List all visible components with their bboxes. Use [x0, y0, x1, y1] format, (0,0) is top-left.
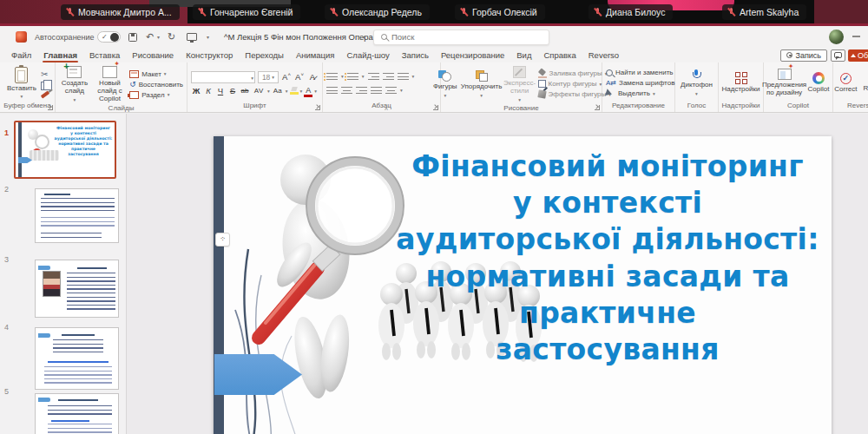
title-dropdown-caret-icon[interactable]: ▾: [363, 26, 365, 48]
character-spacing-icon[interactable]: АV: [252, 88, 266, 95]
redo-icon[interactable]: ↻: [168, 26, 175, 48]
thumbnail-slide-3[interactable]: [35, 260, 119, 318]
undo-caret-icon[interactable]: ▾: [157, 26, 160, 48]
font-color-icon[interactable]: А: [304, 87, 312, 95]
tab-review[interactable]: Рецензирование: [435, 48, 510, 62]
italic-button[interactable]: К: [203, 87, 214, 95]
tab-transitions[interactable]: Переходы: [239, 48, 290, 62]
copilot-slide-icon: [102, 66, 117, 78]
new-slide-button[interactable]: Создать слайд▾: [59, 65, 90, 103]
copy-icon[interactable]: [41, 82, 48, 90]
paste-button[interactable]: Вставить▾: [5, 66, 38, 101]
underline-button[interactable]: Ч: [215, 87, 226, 95]
designer-button[interactable]: Предложения по дизайну: [766, 68, 804, 98]
paragraph-dialog-launcher-icon[interactable]: [433, 105, 438, 110]
shape-fill-button[interactable]: Заливка фигуры▾: [538, 69, 611, 77]
correct-icon: ✓: [840, 73, 852, 84]
tab-animations[interactable]: Анимация: [290, 48, 341, 62]
columns-icon[interactable]: [385, 85, 397, 95]
mini-text-block: [41, 217, 115, 229]
increase-indent-icon[interactable]: [383, 71, 394, 81]
account-avatar[interactable]: [829, 30, 844, 44]
mini-text-heading: [77, 267, 107, 269]
ribbon-collapse-icon[interactable]: ˄: [385, 106, 388, 112]
copilot-button[interactable]: Copilot: [806, 71, 832, 95]
tab-file[interactable]: Файл: [5, 48, 37, 62]
tab-home[interactable]: Главная: [37, 48, 83, 62]
correct-button[interactable]: ✓ Correct: [832, 72, 858, 95]
section-button[interactable]: Раздел▾: [129, 91, 183, 99]
bold-button[interactable]: Ж: [191, 87, 201, 95]
qat-overflow-icon[interactable]: ▾: [207, 26, 209, 48]
minimize-icon[interactable]: [852, 36, 860, 37]
align-right-icon[interactable]: [356, 85, 367, 95]
section-icon: [129, 91, 139, 99]
powerpoint-app-icon: [16, 31, 27, 43]
comments-button[interactable]: [831, 49, 845, 62]
font-size-select[interactable]: 18▾: [258, 71, 279, 83]
change-case-icon[interactable]: Аа: [272, 88, 284, 95]
tab-slideshow[interactable]: Слайд-шоу: [341, 48, 396, 62]
shape-outline-button[interactable]: Контур фигуры▾: [538, 80, 611, 88]
group-label: Редактирование: [602, 101, 674, 112]
mini-text-block: [41, 233, 102, 240]
thumbnail-slide-4[interactable]: [35, 327, 119, 390]
tab-help[interactable]: Справка: [537, 48, 582, 62]
slide-thumbnail-panel[interactable]: 1 Фінансовий моніторинг у контексті ауди…: [0, 114, 127, 434]
group-label: Слайды: [56, 103, 187, 114]
bullets-icon[interactable]: [326, 71, 338, 81]
grow-font-icon[interactable]: А˄: [281, 72, 292, 82]
shape-effects-button[interactable]: Эффекты фигуры▾: [538, 90, 611, 98]
slide-title-text[interactable]: Фінансовий моніторинг у контексті аудито…: [389, 148, 826, 368]
cut-icon[interactable]: ✂: [41, 70, 49, 79]
tab-draw[interactable]: Рисование: [126, 48, 180, 62]
strikethrough-button[interactable]: S: [227, 87, 238, 95]
replace-fonts-button[interactable]: А⇄Замена шрифтов: [606, 79, 674, 87]
thumbnail-slide-2[interactable]: [35, 188, 119, 243]
decrease-indent-icon[interactable]: [368, 71, 379, 81]
tab-design[interactable]: Конструктор: [180, 48, 239, 62]
shrink-font-icon[interactable]: А˅: [294, 72, 305, 82]
undo-icon[interactable]: ↶: [146, 26, 154, 48]
shapes-button[interactable]: Фигуры▾: [431, 69, 459, 99]
search-box[interactable]: [373, 30, 549, 45]
find-replace-button[interactable]: Найти и заменить: [606, 69, 674, 76]
tab-reverso[interactable]: Reverso: [582, 48, 625, 62]
layout-button[interactable]: Макет▾: [129, 70, 183, 78]
record-button[interactable]: Запись: [780, 49, 827, 62]
ab-strike-icon[interactable]: ab: [240, 88, 250, 95]
text-highlight-icon[interactable]: [290, 87, 299, 95]
drawing-dialog-launcher-icon[interactable]: [595, 105, 600, 110]
line-spacing-icon[interactable]: [398, 71, 409, 81]
clear-format-icon[interactable]: А̷: [307, 73, 318, 82]
slide-canvas[interactable]: Фінансовий моніторинг у контексті аудито…: [214, 136, 832, 434]
thumbnail-number: 2: [4, 185, 9, 194]
numbering-icon[interactable]: [347, 71, 358, 81]
search-input[interactable]: [391, 32, 522, 42]
clipboard-dialog-launcher-icon[interactable]: [48, 105, 53, 110]
format-painter-icon[interactable]: [41, 90, 49, 98]
quick-styles-button[interactable]: Экспресс-стили▾: [504, 65, 536, 103]
font-dialog-launcher-icon[interactable]: [315, 105, 320, 110]
reset-button[interactable]: ↺Восстановить: [129, 81, 183, 89]
autosave-toggle[interactable]: ✓: [97, 31, 121, 43]
arrange-button[interactable]: Упорядочить▾: [462, 69, 502, 99]
align-center-icon[interactable]: [341, 85, 352, 95]
floating-widget-button[interactable]: ⁘: [215, 233, 230, 247]
rephrase-button[interactable]: Rephra: [862, 72, 868, 94]
thumbnail-slide-5[interactable]: [35, 393, 119, 434]
save-icon[interactable]: [128, 33, 137, 42]
justify-icon[interactable]: [371, 85, 382, 95]
copilot-slide-button[interactable]: Новый слайд с Copilot: [93, 65, 127, 103]
thumbnail-slide-1[interactable]: Фінансовий моніторинг у контексті аудито…: [14, 121, 116, 179]
align-left-icon[interactable]: [326, 85, 338, 95]
addins-button[interactable]: Надстройки: [720, 71, 762, 95]
tab-view[interactable]: Вид: [510, 48, 537, 62]
muted-mic-icon: [594, 8, 602, 17]
font-name-select[interactable]: ▾: [191, 71, 255, 83]
dictate-button[interactable]: Диктофон▾: [679, 69, 714, 97]
share-button[interactable]: Об: [848, 49, 868, 62]
tab-record[interactable]: Запись: [396, 48, 435, 62]
select-button[interactable]: Выделить▾: [606, 89, 655, 97]
start-slideshow-icon[interactable]: [187, 33, 197, 41]
